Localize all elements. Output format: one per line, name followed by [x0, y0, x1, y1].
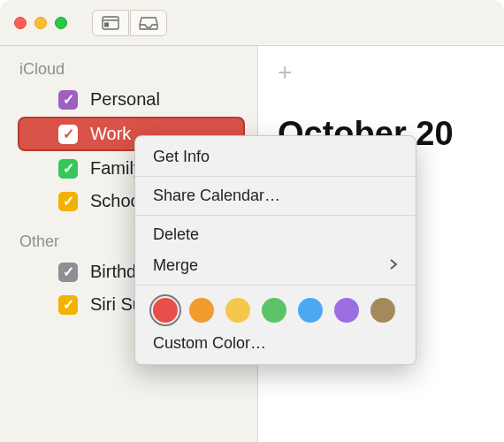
menu-merge[interactable]: Merge [135, 250, 416, 281]
color-picker-row [135, 289, 416, 328]
checkbox-icon[interactable] [58, 295, 78, 315]
svg-rect-2 [104, 22, 109, 27]
app-window: iCloud Personal Work Family School Other [0, 0, 504, 442]
minimize-icon[interactable] [34, 17, 47, 29]
window-controls [14, 17, 67, 29]
menu-get-info[interactable]: Get Info [135, 141, 416, 172]
menu-label: Get Info [153, 148, 210, 166]
add-event-button[interactable]: + [278, 58, 292, 87]
titlebar [0, 0, 504, 46]
checkbox-icon[interactable] [58, 192, 78, 211]
toolbar-buttons [92, 10, 167, 36]
menu-separator [135, 285, 416, 286]
menu-label: Delete [153, 225, 199, 244]
color-swatch-green[interactable] [262, 298, 286, 323]
sidebar-item-personal[interactable]: Personal [18, 84, 245, 115]
calendar-label: Personal [90, 89, 160, 110]
calendar-sidebar-icon [102, 16, 119, 30]
inbox-icon [139, 16, 158, 30]
zoom-icon[interactable] [55, 17, 67, 29]
menu-separator [135, 176, 416, 177]
inbox-button[interactable] [130, 10, 167, 36]
menu-share-calendar[interactable]: Share Calendar… [135, 180, 416, 211]
menu-delete[interactable]: Delete [135, 219, 416, 250]
chevron-right-icon [389, 256, 398, 275]
close-icon[interactable] [14, 17, 27, 29]
color-swatch-yellow[interactable] [225, 298, 250, 323]
menu-custom-color[interactable]: Custom Color… [135, 328, 416, 359]
checkbox-icon[interactable] [58, 159, 78, 179]
menu-label: Merge [153, 256, 198, 275]
checkbox-icon[interactable] [58, 125, 78, 144]
calendar-label: Work [90, 124, 131, 144]
calendars-toggle-button[interactable] [92, 10, 129, 36]
color-swatch-brown[interactable] [370, 298, 395, 323]
section-label-icloud: iCloud [0, 55, 257, 82]
menu-label: Share Calendar… [153, 187, 280, 205]
checkbox-icon[interactable] [58, 263, 78, 282]
color-swatch-blue[interactable] [298, 298, 323, 323]
menu-separator [135, 215, 416, 216]
color-swatch-purple[interactable] [334, 298, 359, 323]
menu-label: Custom Color… [153, 334, 266, 353]
context-menu: Get Info Share Calendar… Delete Merge C [134, 135, 416, 365]
checkbox-icon[interactable] [58, 90, 78, 110]
color-swatch-red[interactable] [153, 298, 178, 323]
color-swatch-orange[interactable] [189, 298, 214, 323]
